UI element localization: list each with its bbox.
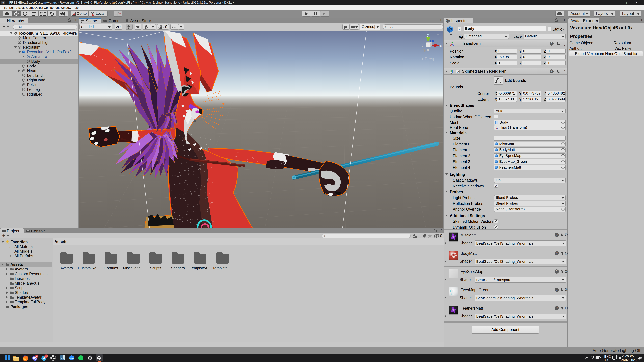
svg-text:zoom: zoom bbox=[70, 357, 74, 359]
svg-text:Libraries: Libraries bbox=[104, 266, 118, 270]
svg-text:V: V bbox=[60, 357, 62, 360]
svg-text:6:05 PM: 6:05 PM bbox=[623, 355, 634, 358]
svg-text:21/02/2023: 21/02/2023 bbox=[620, 358, 636, 362]
svg-text:Custom Re...: Custom Re... bbox=[78, 266, 100, 270]
svg-text:F: F bbox=[63, 358, 64, 361]
svg-text:Miscellane...: Miscellane... bbox=[123, 266, 144, 270]
svg-text:9+: 9+ bbox=[36, 355, 38, 357]
svg-text:Scripts: Scripts bbox=[150, 266, 161, 270]
svg-text:Avatars: Avatars bbox=[60, 266, 73, 270]
svg-text:x: x bbox=[440, 44, 442, 48]
svg-text:TemplateF...: TemplateF... bbox=[213, 266, 232, 270]
svg-text:Shaders: Shaders bbox=[171, 266, 185, 270]
svg-text:y: y bbox=[427, 33, 429, 36]
svg-text:115: 115 bbox=[44, 355, 48, 357]
svg-text:ENG: ENG bbox=[604, 355, 611, 358]
svg-text:z: z bbox=[433, 37, 435, 41]
svg-text:z: z bbox=[640, 357, 641, 359]
svg-text:< Persp: < Persp bbox=[421, 57, 435, 61]
svg-text:TemplateA...: TemplateA... bbox=[190, 266, 210, 270]
svg-text:US: US bbox=[605, 358, 609, 362]
